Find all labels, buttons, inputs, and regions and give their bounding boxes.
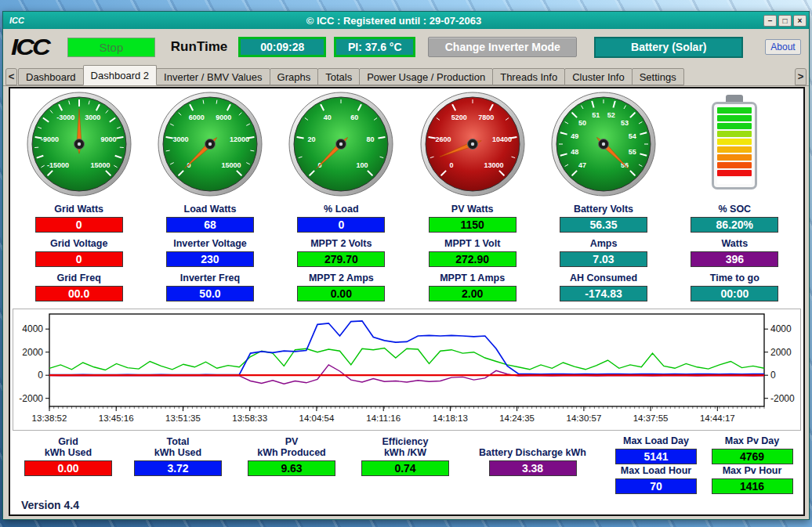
- svg-text:-2000: -2000: [770, 393, 795, 404]
- svg-text:2000: 2000: [22, 347, 43, 358]
- metric-grid-voltage-label: Grid Voltage: [13, 238, 144, 249]
- close-button[interactable]: ×: [793, 15, 807, 27]
- svg-text:20: 20: [308, 135, 316, 143]
- metric-amps-label: Amps: [538, 238, 669, 249]
- metric-ah-consumed: AH Consumed-174.83: [538, 273, 669, 301]
- max-load-hour-label: Max Load Hour: [605, 465, 707, 476]
- battery-bar: [717, 107, 752, 114]
- svg-text:9000: 9000: [216, 114, 231, 121]
- max-pv-day-value: 4769: [712, 449, 793, 464]
- minimize-button[interactable]: –: [763, 15, 777, 27]
- metric-grid-voltage-value: 0: [35, 251, 123, 267]
- max-load-hour-value: 70: [615, 478, 697, 494]
- battery-bar-empty: [717, 178, 752, 184]
- gauge-battery-volts: 47484950515253545556: [538, 92, 669, 201]
- metric-mppt-1-amps-label: MPPT 1 Amps: [407, 273, 538, 283]
- metric-inverter-voltage-value: 230: [166, 251, 254, 267]
- metric-load-label: % Load: [276, 204, 407, 215]
- metric-mppt-2-amps: MPPT 2 Amps0.00: [276, 273, 407, 301]
- total-battery-discharge-kwh-value: 3.38: [489, 460, 577, 476]
- battery-icon: [712, 95, 757, 190]
- battery-bar: [717, 162, 752, 168]
- svg-text:0: 0: [449, 161, 453, 169]
- metric-battery-volts: Battery Volts56.35: [538, 204, 669, 233]
- metric-grid-watts-label: Grid Watts: [13, 204, 144, 215]
- svg-text:55: 55: [629, 148, 636, 156]
- battery-body: [712, 102, 757, 190]
- runtime-value: 00:09:28: [238, 37, 326, 57]
- svg-text:14:04:54: 14:04:54: [299, 413, 335, 423]
- metric-inverter-freq: Inverter Freq50.0: [144, 273, 275, 301]
- svg-text:2600: 2600: [435, 135, 451, 143]
- metric-mppt-2-volts: MPPT 2 Volts279.70: [276, 238, 407, 267]
- svg-text:12000: 12000: [230, 135, 249, 143]
- total-battery-discharge-kwh-label: Battery Discharge kWh: [460, 435, 605, 458]
- svg-text:7800: 7800: [478, 114, 494, 121]
- gauge-load-watts: 03000600090001200015000: [144, 92, 275, 201]
- title-bar: ICC © ICC : Registered until : 29-07-206…: [3, 12, 809, 29]
- svg-text:54: 54: [629, 132, 636, 140]
- metric-grid-freq: Grid Freq00.0: [13, 273, 144, 301]
- stop-button[interactable]: Stop: [67, 38, 155, 57]
- svg-text:49: 49: [571, 132, 578, 140]
- power-history-chart: -2000-200000200020004000400013:38:5213:4…: [13, 309, 801, 431]
- metric-load-value: 0: [297, 217, 385, 233]
- inverter-mode-display: Battery (Solar): [594, 37, 743, 58]
- svg-text:48: 48: [571, 148, 578, 156]
- metric-load-watts-value: 68: [166, 217, 254, 233]
- tab-totals[interactable]: Totals: [317, 68, 360, 85]
- svg-text:47: 47: [578, 161, 586, 169]
- metric-grid-watts: Grid Watts0: [13, 204, 144, 233]
- metric-ah-consumed-label: AH Consumed: [538, 273, 669, 283]
- tabs-scroll-right-icon[interactable]: >: [795, 68, 807, 85]
- runtime-label: RunTime: [171, 39, 227, 55]
- tabs-scroll-left-icon[interactable]: <: [5, 68, 17, 85]
- svg-text:40: 40: [324, 114, 332, 121]
- battery-bar: [717, 131, 752, 137]
- max-pv-column: Max Pv Day4769Max Pv Hour1416: [707, 435, 797, 494]
- svg-text:14:18:13: 14:18:13: [433, 413, 468, 423]
- metric-grid-freq-value: 00.0: [35, 286, 123, 301]
- tabs-strip: DashboardDashboard 2Inverter / BMV Value…: [18, 65, 794, 85]
- metric-amps: Amps7.03: [538, 238, 669, 267]
- tab-threads-info[interactable]: Threads Info: [492, 68, 565, 85]
- metric-load: % Load0: [276, 204, 407, 233]
- tab-dashboard-2[interactable]: Dashboard 2: [83, 65, 157, 85]
- max-pv-hour-value: 1416: [712, 478, 793, 494]
- tab-cluster-info[interactable]: Cluster Info: [564, 68, 632, 85]
- window-title: © ICC : Registered until : 29-07-2063: [24, 15, 763, 27]
- total-total-kwh-used: TotalkWh Used3.72: [123, 435, 233, 494]
- max-load-column: Max Load Day5141Max Load Hour70: [605, 435, 707, 494]
- tab-graphs[interactable]: Graphs: [270, 68, 319, 85]
- max-pv-hour-label: Max Pv Hour: [707, 465, 797, 476]
- svg-text:60: 60: [351, 114, 359, 121]
- svg-text:3000: 3000: [172, 135, 188, 143]
- tab-inverter-bmv-values[interactable]: Inverter / BMV Values: [156, 68, 270, 85]
- restore-button[interactable]: □: [778, 15, 792, 27]
- metric-grid-voltage: Grid Voltage0: [13, 238, 144, 267]
- total-grid-kwh-used-value: 0.00: [24, 460, 112, 476]
- change-inverter-mode-button[interactable]: Change Inverter Mode: [428, 37, 577, 57]
- svg-text:4000: 4000: [22, 323, 43, 334]
- metric-inverter-voltage-label: Inverter Voltage: [144, 238, 275, 249]
- about-button[interactable]: About: [765, 39, 801, 55]
- tab-settings[interactable]: Settings: [632, 68, 684, 85]
- gauge-pct-load: 020406080100: [276, 92, 407, 201]
- battery-bar: [717, 170, 752, 176]
- tab-power-usage-production[interactable]: Power Usage / Production: [359, 68, 493, 85]
- chart-canvas: -2000-200000200020004000400013:38:5213:4…: [13, 309, 800, 430]
- svg-text:14:30:57: 14:30:57: [567, 413, 602, 423]
- svg-text:51: 51: [592, 111, 600, 119]
- svg-text:13:38:52: 13:38:52: [32, 413, 67, 423]
- metric-pv-watts: PV Watts1150: [407, 204, 538, 233]
- metric-battery-volts-label: Battery Volts: [538, 204, 669, 215]
- total-efficiency-kwh-kw-label: EfficiencykWh /KW: [350, 435, 460, 458]
- metric-mppt-1-volt-value: 272.90: [429, 251, 517, 267]
- metric-load-watts: Load Watts68: [144, 204, 275, 233]
- metric-soc-label: % SOC: [669, 204, 800, 215]
- metric-pv-watts-value: 1150: [429, 217, 517, 233]
- metric-mppt-1-amps-value: 2.00: [429, 286, 517, 301]
- metric-mppt-1-volt-label: MPPT 1 Volt: [407, 238, 538, 249]
- battery-bar: [717, 115, 752, 121]
- tab-dashboard[interactable]: Dashboard: [18, 68, 84, 85]
